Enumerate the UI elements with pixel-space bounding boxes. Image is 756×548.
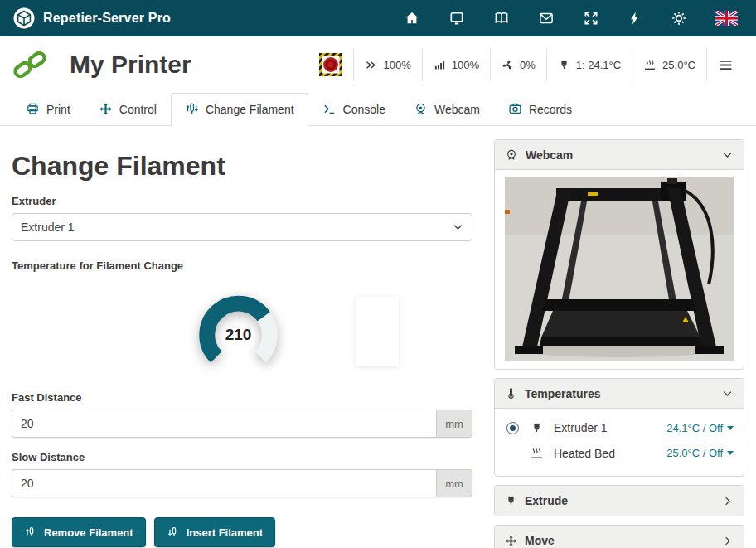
change-filament-icon bbox=[185, 102, 199, 116]
fullscreen-expand-icon[interactable] bbox=[583, 10, 599, 27]
printer-status-icon[interactable] bbox=[448, 10, 465, 27]
extruder-nozzle-icon bbox=[527, 422, 545, 434]
bed-temp-dropdown[interactable]: 25.0°C / Off bbox=[666, 447, 734, 459]
home-icon[interactable] bbox=[404, 10, 420, 27]
change-filament-panel: Change Filament Extruder Extruder 1 Temp… bbox=[12, 139, 472, 548]
temp-row-name: Extruder 1 bbox=[554, 421, 608, 434]
temperature-value: 210 bbox=[193, 292, 284, 378]
temperature-knob[interactable]: 210 bbox=[193, 292, 284, 378]
connection-chain-icon bbox=[12, 46, 48, 83]
insert-filament-button[interactable]: Insert Filament bbox=[154, 517, 275, 547]
extruder-temp-status[interactable]: 1: 24.1°C bbox=[546, 48, 632, 81]
webcam-panel: Webcam bbox=[494, 139, 744, 370]
console-terminal-icon bbox=[322, 102, 337, 116]
tab-records[interactable]: Records bbox=[494, 93, 586, 126]
flow-icon bbox=[434, 59, 446, 71]
webcam-panel-header[interactable]: Webcam bbox=[495, 140, 744, 170]
move-panel-header[interactable]: Move bbox=[495, 526, 744, 548]
extruder-temp-dropdown[interactable]: 24.1°C / Off bbox=[666, 422, 734, 434]
extrude-panel: Extrude bbox=[494, 485, 744, 516]
extruder-label: Extruder bbox=[12, 195, 472, 207]
settings-gear-icon[interactable] bbox=[671, 10, 687, 27]
temperatures-list: Extruder 1 24.1°C / Off Heated Bed 25.0°… bbox=[495, 409, 744, 476]
filament-actions: Remove Filament Insert Filament bbox=[12, 517, 472, 547]
temperature-gauge-row: 210 bbox=[12, 292, 472, 378]
move-cross-icon bbox=[505, 535, 517, 547]
webcam-icon bbox=[505, 148, 518, 162]
temperatures-panel-header[interactable]: Temperatures bbox=[495, 379, 744, 409]
messages-mail-icon[interactable] bbox=[538, 10, 555, 27]
slow-distance-input[interactable] bbox=[12, 469, 436, 497]
topnav-icons bbox=[404, 10, 743, 27]
page-title: Change Filament bbox=[12, 151, 472, 182]
caret-down-icon bbox=[727, 451, 734, 455]
content-area: Change Filament Extruder Extruder 1 Temp… bbox=[0, 126, 756, 548]
webcam-stream bbox=[495, 170, 744, 369]
printer-name-title: My Printer bbox=[70, 51, 191, 79]
emergency-stop-icon bbox=[319, 53, 342, 76]
tab-change-filament[interactable]: Change Filament bbox=[171, 93, 308, 126]
extruder-select-wrap: Extruder 1 bbox=[12, 213, 472, 241]
webcam-icon bbox=[414, 102, 428, 116]
temperature-slider[interactable] bbox=[356, 297, 399, 366]
temperatures-panel: Temperatures Extruder 1 24.1°C / Off Hea… bbox=[494, 378, 744, 477]
extrude-panel-header[interactable]: Extrude bbox=[495, 486, 744, 516]
remove-filament-button[interactable]: Remove Filament bbox=[12, 517, 146, 547]
thermometer-icon bbox=[505, 387, 517, 400]
emergency-stop-button[interactable] bbox=[308, 48, 353, 81]
extruder-radio[interactable] bbox=[506, 422, 519, 434]
temp-row-bed: Heated Bed 25.0°C / Off bbox=[505, 440, 735, 466]
hamburger-menu-icon bbox=[718, 57, 734, 73]
records-camera-icon bbox=[508, 102, 522, 116]
top-navigation-bar: Repetier-Server Pro bbox=[0, 0, 756, 36]
chevron-down-icon bbox=[721, 148, 734, 161]
printer-tabs: Print Control Change Filament Console We… bbox=[0, 88, 756, 126]
webcam-image bbox=[505, 177, 734, 361]
temperature-label: Temperature for Filament Change bbox=[12, 259, 472, 272]
temp-row-name: Heated Bed bbox=[554, 447, 615, 460]
fast-distance-label: Fast Distance bbox=[12, 391, 472, 404]
fan-icon bbox=[502, 59, 514, 71]
speed-multiplier-status[interactable]: 100% bbox=[353, 48, 421, 81]
bed-temp-status[interactable]: 25.0°C bbox=[632, 48, 706, 81]
move-panel: Move bbox=[494, 525, 744, 548]
fast-distance-group: mm bbox=[12, 410, 472, 438]
caret-down-icon bbox=[727, 426, 734, 430]
extruder-select[interactable]: Extruder 1 bbox=[12, 213, 472, 241]
fast-distance-input[interactable] bbox=[12, 410, 436, 438]
side-panels: Webcam bbox=[494, 139, 744, 548]
chevron-down-icon bbox=[721, 387, 734, 400]
tab-webcam[interactable]: Webcam bbox=[400, 93, 494, 126]
heated-bed-icon bbox=[527, 446, 545, 460]
repetier-logo-icon[interactable] bbox=[13, 7, 35, 29]
documentation-book-icon[interactable] bbox=[493, 10, 510, 27]
slow-distance-unit: mm bbox=[436, 469, 472, 497]
power-bolt-icon[interactable] bbox=[628, 11, 642, 26]
extruder-nozzle-icon bbox=[558, 59, 570, 71]
fan-speed-status[interactable]: 0% bbox=[490, 48, 546, 81]
heated-bed-icon bbox=[643, 58, 657, 71]
extruder-nozzle-icon bbox=[505, 495, 517, 507]
control-move-icon bbox=[99, 102, 113, 116]
temp-row-extruder: Extruder 1 24.1°C / Off bbox=[505, 415, 735, 440]
chevron-right-icon bbox=[721, 495, 734, 507]
slow-distance-label: Slow Distance bbox=[12, 451, 472, 463]
tab-print[interactable]: Print bbox=[12, 93, 85, 126]
tab-control[interactable]: Control bbox=[85, 93, 171, 126]
printer-header: My Printer 100% 100% 0% 1: 24.1°C 2 bbox=[0, 36, 756, 88]
filament-down-icon bbox=[167, 526, 180, 539]
printer-menu-button[interactable] bbox=[706, 48, 744, 81]
chevron-right-icon bbox=[721, 535, 734, 547]
flow-multiplier-status[interactable]: 100% bbox=[422, 48, 490, 81]
printer-status-bar: 100% 100% 0% 1: 24.1°C 25.0°C bbox=[308, 48, 744, 81]
filament-up-icon bbox=[24, 526, 37, 539]
tab-console[interactable]: Console bbox=[308, 93, 400, 126]
language-flag-uk-icon[interactable] bbox=[715, 11, 738, 26]
speed-icon bbox=[365, 59, 377, 71]
slow-distance-group: mm bbox=[12, 469, 472, 497]
print-icon bbox=[26, 102, 40, 116]
app-title[interactable]: Repetier-Server Pro bbox=[43, 11, 171, 26]
fast-distance-unit: mm bbox=[436, 410, 472, 438]
